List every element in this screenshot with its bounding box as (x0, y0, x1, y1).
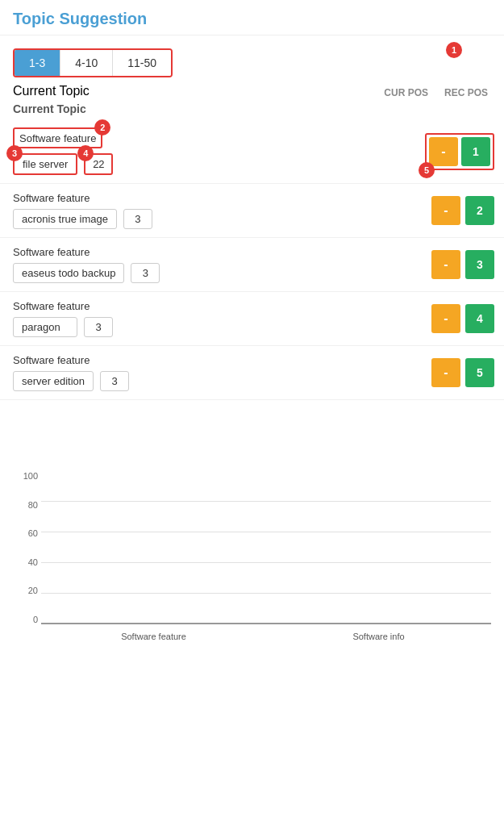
cur-pos-header: CUR POS (384, 87, 428, 98)
y-label-60: 60 (28, 528, 38, 538)
topic-category: Software feature (13, 354, 419, 366)
table-row: 2 Software feature 3 file server 4 22 (0, 119, 504, 184)
page-title: Topic Suggestion (13, 10, 147, 27)
rec-pos-button[interactable]: 1 (461, 137, 490, 166)
rec-pos-header: REC POS (444, 87, 488, 98)
column-header-row: Current Topic CUR POS REC POS (0, 84, 504, 102)
topic-category: Software feature (13, 246, 419, 258)
x-label-software-info: Software info (266, 624, 491, 649)
pos-buttons-wrap: - 1 (425, 133, 494, 170)
topic-keyword: easeus todo backup (13, 263, 124, 283)
topic-fields-row: 3 file server 4 22 (13, 153, 412, 175)
table-row: Software feature acronis true image 3 - … (0, 184, 504, 238)
topic-keyword: server edition (13, 371, 94, 391)
topic-left: 2 Software feature 3 file server 4 22 (13, 127, 412, 175)
cur-pos-button[interactable]: - (431, 196, 460, 225)
header: Topic Suggestion (0, 0, 504, 35)
badge-5: 5 (419, 162, 435, 178)
topic-category: Software feature (13, 300, 419, 312)
y-label-0: 0 (33, 615, 38, 624)
range-selector-section: 1 1-3 4-10 11-50 (0, 35, 504, 84)
cur-pos-button[interactable]: - (431, 304, 460, 333)
rec-pos-button[interactable]: 3 (465, 250, 494, 279)
topic-fields-row: paragon 3 (13, 317, 419, 337)
topic-category-wrap: 2 Software feature (13, 127, 102, 148)
range-badge: 1 (446, 42, 462, 58)
topic-right: 5 - 1 (425, 133, 494, 170)
rec-pos-button[interactable]: 5 (465, 358, 494, 387)
range-btn-1-3[interactable]: 1-3 (15, 50, 60, 76)
section-label: Current Topic (13, 84, 384, 98)
topic-left: Software feature acronis true image 3 (13, 192, 419, 229)
chart-xlabels: Software feature Software info (41, 624, 491, 649)
x-label-software-feature: Software feature (41, 624, 266, 649)
col-headers: CUR POS REC POS (384, 87, 488, 98)
table-row: Software feature server edition 3 - 5 (0, 346, 504, 400)
range-selector: 1-3 4-10 11-50 (13, 48, 173, 77)
table-row: Software feature paragon 3 - 4 (0, 292, 504, 346)
cur-pos-button[interactable]: - (431, 250, 460, 279)
chart-container: 100 80 60 40 20 0 Software feature (13, 471, 491, 649)
topic-right: - 3 (431, 250, 494, 279)
y-label-40: 40 (28, 557, 38, 567)
topic-count: 3 (84, 317, 113, 337)
topic-fields-row: acronis true image 3 (13, 209, 419, 229)
range-btn-4-10[interactable]: 4-10 (60, 50, 113, 76)
topic-fields-row: easeus todo backup 3 (13, 263, 419, 283)
topic-count: 3 (123, 209, 152, 229)
y-label-80: 80 (28, 500, 38, 510)
topic-right: - 5 (431, 358, 494, 387)
rec-pos-button[interactable]: 2 (465, 196, 494, 225)
keyword-wrap: 3 file server (13, 153, 77, 175)
topic-list[interactable]: 2 Software feature 3 file server 4 22 (0, 119, 504, 458)
y-label-20: 20 (28, 586, 38, 595)
cur-pos-button[interactable]: - (431, 358, 460, 387)
chart-yaxis: 100 80 60 40 20 0 (13, 471, 41, 624)
cur-pos-button[interactable]: - (429, 137, 458, 166)
topic-keyword: file server (13, 153, 77, 175)
topic-left: Software feature server edition 3 (13, 354, 419, 391)
topic-keyword: acronis true image (13, 209, 117, 229)
topic-left: Software feature paragon 3 (13, 300, 419, 337)
pos-group-wrap: 5 - 1 (425, 133, 494, 170)
topic-category: Software feature (19, 132, 96, 144)
table-row: Software feature easeus todo backup 3 - … (0, 238, 504, 292)
topic-keyword: paragon (13, 317, 77, 337)
count-wrap: 4 22 (84, 153, 113, 175)
y-label-100: 100 (23, 471, 38, 481)
topic-right: - 2 (431, 196, 494, 225)
topic-count: 3 (131, 263, 160, 283)
topic-left: Software feature easeus todo backup 3 (13, 246, 419, 283)
badge-3: 3 (6, 145, 23, 161)
topic-count: 3 (100, 371, 129, 391)
range-btn-11-50[interactable]: 11-50 (113, 50, 171, 76)
rec-pos-button[interactable]: 4 (465, 304, 494, 333)
current-topic-label: Current Topic (13, 102, 86, 115)
topic-fields-row: server edition 3 (13, 371, 419, 391)
chart-area (41, 471, 491, 624)
topic-category: Software feature (13, 192, 419, 204)
topic-right: - 4 (431, 304, 494, 333)
badge-2: 2 (94, 119, 110, 136)
chart-section: 100 80 60 40 20 0 Software feature (0, 458, 504, 655)
